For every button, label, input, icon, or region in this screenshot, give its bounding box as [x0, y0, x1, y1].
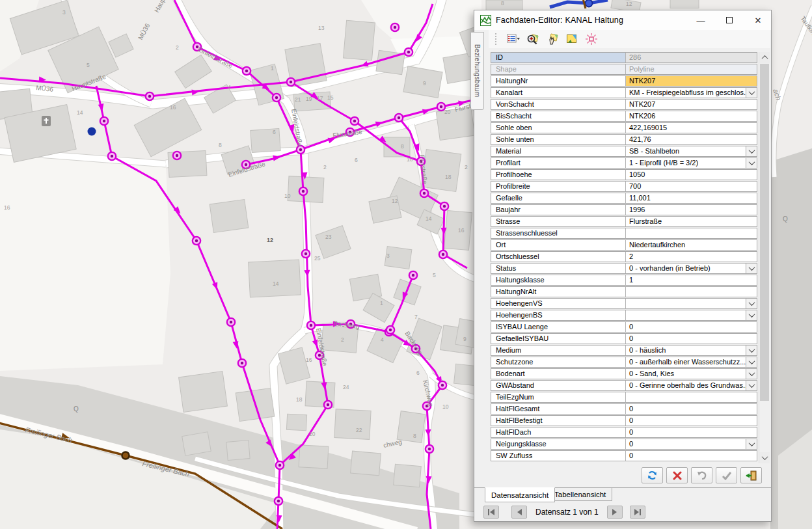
field-value[interactable]: [626, 228, 757, 238]
previous-record-button[interactable]: [511, 506, 527, 519]
manhole-node[interactable]: [173, 152, 181, 159]
manhole-node[interactable]: [193, 237, 200, 245]
maximize-button[interactable]: [716, 10, 742, 30]
manhole-node[interactable]: [420, 189, 428, 197]
manhole-node[interactable]: [439, 381, 446, 389]
zoom-to-feature-icon[interactable]: [526, 33, 539, 46]
manhole-node[interactable]: [273, 94, 280, 102]
dropdown-button[interactable]: [746, 381, 757, 390]
field-value[interactable]: 0: [626, 322, 757, 332]
dropdown-button[interactable]: [746, 357, 757, 367]
manhole-node[interactable]: [351, 117, 359, 125]
dropdown-button[interactable]: [746, 158, 757, 168]
tab-datensatzansicht[interactable]: Datensatzansicht: [485, 487, 555, 502]
manhole-node[interactable]: [238, 359, 246, 367]
field-value[interactable]: 0 - außerhalb einer Wasserschutzz...: [626, 357, 746, 367]
manhole-node[interactable]: [386, 326, 394, 334]
dropdown-button[interactable]: [746, 369, 757, 379]
field-value[interactable]: 0: [626, 334, 757, 344]
pan-to-feature-icon[interactable]: [546, 33, 559, 46]
dropdown-button[interactable]: [746, 310, 757, 320]
field-value[interactable]: 0 - Gerinne oberhalb des Grundwas...: [626, 381, 746, 390]
dropdown-button[interactable]: [746, 146, 757, 156]
field-value[interactable]: 700: [626, 182, 757, 191]
manhole-node[interactable]: [299, 187, 307, 195]
scroll-down-icon[interactable]: [759, 452, 770, 463]
field-value[interactable]: NTK207: [626, 100, 757, 109]
vertical-scrollbar[interactable]: [759, 52, 770, 463]
manhole-node[interactable]: [243, 67, 250, 75]
scroll-up-icon[interactable]: [759, 52, 770, 63]
map-note-icon[interactable]: [565, 33, 578, 46]
field-row-ort: OrtNiedertaufkirchen: [491, 239, 757, 251]
dropdown-button[interactable]: [746, 299, 757, 308]
manhole-node[interactable]: [426, 445, 433, 453]
field-value[interactable]: 0 - häuslich: [626, 346, 746, 355]
manhole-node[interactable]: [307, 321, 315, 329]
field-value[interactable]: Flurstraße: [626, 217, 757, 226]
field-value[interactable]: 11,001: [626, 193, 757, 203]
close-editor-button[interactable]: [740, 467, 762, 483]
dialog-titlebar[interactable]: Fachdaten-Editor: KANAL Haltung — ✕: [474, 10, 771, 30]
blue-node-marker[interactable]: [88, 128, 96, 136]
field-value[interactable]: [626, 299, 746, 308]
field-value[interactable]: 0: [626, 427, 757, 437]
minimize-button[interactable]: —: [688, 10, 714, 30]
field-value[interactable]: [626, 392, 757, 402]
manhole-node[interactable]: [146, 92, 154, 100]
field-value[interactable]: 1: [626, 275, 757, 285]
field-value[interactable]: 0: [626, 404, 757, 414]
field-value[interactable]: 2: [626, 252, 757, 262]
field-value[interactable]: NTK206: [626, 111, 757, 121]
field-value[interactable]: 422,169015: [626, 123, 757, 133]
manhole-node[interactable]: [108, 152, 116, 160]
manhole-node[interactable]: [391, 23, 399, 31]
manhole-node[interactable]: [324, 401, 332, 409]
apply-button[interactable]: [716, 467, 737, 483]
scrollbar-thumb[interactable]: [760, 64, 769, 401]
manhole-node[interactable]: [439, 251, 447, 258]
manhole-node[interactable]: [227, 318, 235, 326]
refresh-button[interactable]: [642, 467, 663, 483]
field-value[interactable]: KM - Freispiegelabfluss im geschlos...: [626, 88, 746, 98]
field-value[interactable]: [626, 287, 757, 297]
field-value[interactable]: 0 - vorhanden (in Betrieb): [626, 264, 746, 273]
field-value[interactable]: 0 - Sand, Kies: [626, 369, 746, 379]
manhole-node[interactable]: [100, 117, 108, 125]
blink-feature-icon[interactable]: [585, 33, 598, 46]
dropdown-button[interactable]: [746, 439, 757, 449]
manhole-node[interactable]: [395, 114, 403, 122]
delete-button[interactable]: [666, 467, 688, 483]
field-value[interactable]: 1996: [626, 205, 757, 215]
dropdown-button[interactable]: [746, 346, 757, 355]
toolbar-grip[interactable]: [495, 33, 499, 45]
field-value[interactable]: NTK207: [626, 76, 757, 86]
field-value[interactable]: Niedertaufkirchen: [626, 240, 757, 250]
manhole-node[interactable]: [440, 202, 448, 210]
field-value[interactable]: 1 - Eiprofil (H/B = 3/2): [626, 158, 746, 168]
next-record-button[interactable]: [607, 506, 623, 519]
tab-tabellenansicht[interactable]: Tabellenansicht: [548, 488, 612, 501]
first-record-button[interactable]: [483, 506, 499, 519]
field-value[interactable]: SB - Stahlbeton: [626, 146, 746, 156]
field-value[interactable]: 0: [626, 439, 746, 449]
field-value[interactable]: 421,76: [626, 135, 757, 144]
manhole-node[interactable]: [287, 78, 295, 86]
manhole-node[interactable]: [302, 250, 310, 258]
dropdown-button[interactable]: [746, 88, 757, 98]
manhole-node[interactable]: [276, 461, 284, 469]
manhole-node[interactable]: [405, 48, 413, 56]
manhole-node[interactable]: [275, 497, 282, 505]
manhole-node[interactable]: [409, 271, 417, 279]
undo-button[interactable]: [691, 467, 712, 483]
field-value[interactable]: [626, 310, 746, 320]
house-number: 22: [356, 427, 362, 433]
field-value[interactable]: 1050: [626, 170, 757, 180]
close-button[interactable]: ✕: [745, 10, 771, 30]
field-value[interactable]: 0: [626, 416, 757, 426]
dropdown-button[interactable]: [746, 264, 757, 273]
beziehungsbaum-tab[interactable]: Beziehungsbaum: [470, 32, 484, 110]
field-value[interactable]: 0: [626, 451, 757, 461]
last-record-button[interactable]: [630, 506, 645, 519]
table-view-icon[interactable]: [507, 33, 520, 46]
